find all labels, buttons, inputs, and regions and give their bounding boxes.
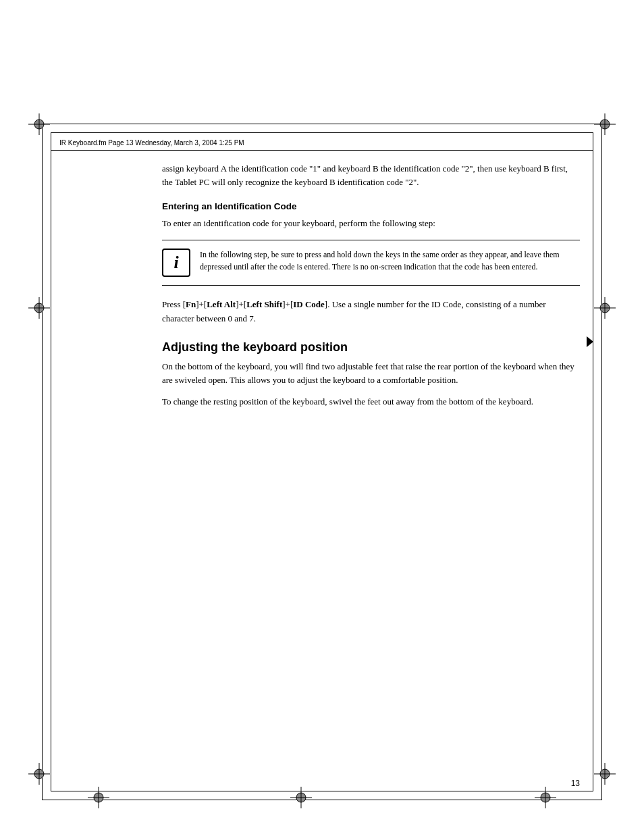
border-bottom <box>42 800 602 800</box>
registration-mark-bmr <box>535 787 556 808</box>
inner-border-bottom <box>51 791 593 791</box>
page-container: IR Keyboard.fm Page 13 Wednesday, March … <box>0 0 644 834</box>
key-left-shift: Left Shift <box>246 299 282 309</box>
note-text: In the following step, be sure to press … <box>200 249 580 273</box>
content-area: assign keyboard A the identification cod… <box>162 162 580 780</box>
inner-border-right <box>593 132 593 791</box>
registration-mark-tr <box>594 113 616 135</box>
note-icon: i <box>162 249 190 277</box>
note-box: i In the following step, be sure to pres… <box>162 240 580 286</box>
instruction-paragraph: Press [Fn]+[Left Alt]+[Left Shift]+[ID C… <box>162 298 580 325</box>
page-number: 13 <box>571 779 580 788</box>
registration-mark-bml <box>88 787 109 808</box>
border-top <box>42 124 602 124</box>
key-id-code: ID Code <box>293 299 325 309</box>
registration-mark-bmm <box>290 787 312 808</box>
registration-mark-mr <box>594 297 616 319</box>
header-text: IR Keyboard.fm Page 13 Wednesday, March … <box>59 139 244 147</box>
registration-mark-bl <box>28 763 50 785</box>
intro-paragraph: assign keyboard A the identification cod… <box>162 162 580 189</box>
registration-mark-tl <box>28 113 50 135</box>
section-heading-entering: Entering an Identification Code <box>162 201 580 211</box>
registration-mark-br <box>594 763 616 785</box>
key-left-alt: Left Alt <box>207 299 236 309</box>
section-heading-adjusting: Adjusting the keyboard position <box>162 340 580 355</box>
key-fn: Fn <box>186 299 196 309</box>
adjusting-paragraph1: On the bottom of the keyboard, you will … <box>162 360 580 387</box>
entering-intro-text: To enter an identification code for your… <box>162 217 580 230</box>
adjusting-paragraph2: To change the resting position of the ke… <box>162 395 580 409</box>
header-bar <box>51 150 593 151</box>
inner-border-left <box>51 132 51 791</box>
border-left <box>42 124 43 800</box>
page-marker-triangle <box>587 336 593 347</box>
registration-mark-ml <box>28 297 50 319</box>
inner-border-top <box>51 132 593 133</box>
border-right <box>601 124 602 800</box>
